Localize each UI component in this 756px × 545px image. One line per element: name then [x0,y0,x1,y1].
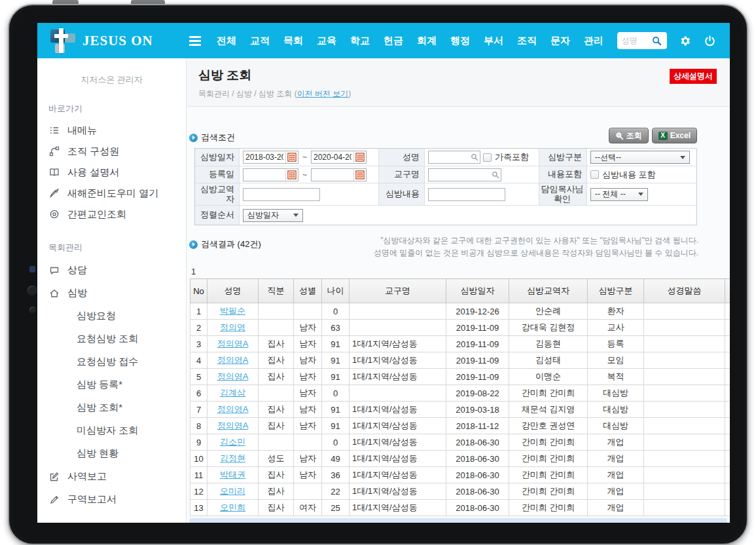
member-name-link[interactable]: 정의영A [217,404,249,414]
cell-visit-pastor: 김동현 [509,336,588,352]
register-date-from-input[interactable] [243,169,285,181]
visit-content-input[interactable] [428,188,505,201]
content-include-cell: 심방내용 포함 [586,166,696,183]
cell-position: 집사 [259,500,294,516]
sidebar-item-simple-member-search[interactable]: 간편교인조회 [37,204,186,225]
parish-input[interactable] [428,168,501,181]
bezel-logo [29,266,35,272]
member-name-link[interactable]: 김계삼 [220,388,245,398]
sidebar-subitem-requested-visit-search[interactable]: 요청심방 조회 [37,328,186,350]
section-bullet-icon [189,240,198,249]
hamburger-menu-icon[interactable] [189,36,201,46]
brand[interactable]: JESUS ON [50,28,187,53]
menu-list-icon [49,125,61,136]
cell-age: 91 [322,352,350,369]
visit-content-include-checkbox[interactable]: 심방내용 포함 [590,169,656,181]
nav-item-all[interactable]: 전체 [217,35,236,47]
sidebar-subitem-visit-request[interactable]: 심방요청 [37,305,186,328]
sidebar-item-org-members[interactable]: 조직 구성원 [37,141,186,162]
sidebar-subitem-visit-register[interactable]: 심방 등록* [37,373,186,396]
cell-parish: 1대/1지역/삼성동 [350,467,446,483]
nav-item-ministry[interactable]: 목회 [283,35,303,47]
nav-item-education[interactable]: 교육 [317,35,336,47]
horizontal-scrollbar[interactable] [189,518,727,523]
cell-visit-type: 개업 [588,483,644,500]
nav-item-records[interactable]: 교적 [250,35,270,47]
nav-item-accounting[interactable]: 회계 [417,35,437,47]
sidebar-item-my-menu[interactable]: 내메뉴 [37,120,186,141]
search-icon[interactable] [652,36,662,46]
nav-item-department[interactable]: 부서 [484,35,503,47]
settings-gear-icon[interactable] [677,33,692,48]
member-name-link[interactable]: 정의영 [220,322,245,332]
member-name-link[interactable]: 정의영A [217,421,249,430]
sidebar-item-label: 새해준비도우미 열기 [67,187,158,200]
visit-date-from-input[interactable] [243,151,285,163]
cell-gender: 남자 [294,385,322,402]
sidebar-item-counseling[interactable]: 상담 [37,259,186,282]
nav-item-school[interactable]: 학교 [350,35,370,47]
sidebar-item-user-manual[interactable]: 사용 설명서 [37,162,186,183]
pagination-page-1[interactable]: 1 [191,267,196,276]
nav-item-admin[interactable]: 행정 [450,35,470,47]
name-input[interactable] [428,151,480,164]
sidebar-item-label: 사용 설명서 [67,166,119,179]
cell-gender: 남자 [294,352,322,369]
cell-name: 오미리 [207,483,259,500]
member-name-link[interactable]: 오민희 [220,502,245,512]
nav-item-organization[interactable]: 조직 [517,35,537,47]
member-name-link[interactable]: 박필순 [220,306,245,316]
previous-version-link[interactable]: 이전 버전 보기 [297,89,349,98]
visit-type-select[interactable]: --선택-- [590,151,690,164]
sidebar-section-ministry: 목회관리 [37,242,186,254]
sidebar-subitem-visit-status[interactable]: 심방 현황 [37,442,186,465]
cell-age: 63 [322,320,350,336]
nav-item-sms[interactable]: 문자 [550,35,570,47]
member-name-link[interactable]: 김정현 [220,453,245,463]
sidebar-subitem-unvisited-search[interactable]: 미심방자 조회 [37,419,186,442]
quick-search-input[interactable] [622,36,652,45]
head-pastor-confirm-select[interactable]: -- 전체 -- [590,188,648,201]
logout-power-icon[interactable] [702,33,717,48]
member-name-link[interactable]: 정의영A [217,355,249,365]
register-date-to-input[interactable] [312,169,353,181]
nav-item-management[interactable]: 관리 [584,35,603,47]
cell-visit-date: 2018-06-30 [446,434,509,451]
visit-date-to-input[interactable] [312,151,353,163]
cell-parish: 1대/1지역/삼성동 [350,418,446,434]
sidebar-subitem-requested-visit-receipt[interactable]: 요청심방 접수 [37,350,186,373]
calendar-icon[interactable] [285,151,298,163]
cell-visit-pastor: 이맹순 [509,369,588,385]
calendar-icon[interactable] [353,151,366,163]
sidebar-subitem-visit-search[interactable]: 심방 조회* [37,396,186,419]
member-name-link[interactable]: 정의영A [217,371,249,381]
sidebar: 지저스온 관리자 바로가기 내메뉴 [37,58,187,523]
member-name-link[interactable]: 박태권 [220,470,245,479]
visit-pastor-input[interactable] [243,188,320,201]
sidebar-item-newyear-helper[interactable]: 새해준비도우미 열기 [37,183,186,204]
excel-export-button[interactable]: X Excel [652,128,697,143]
calendar-icon[interactable] [285,169,298,181]
member-name-link[interactable]: 김소민 [220,437,245,447]
nav-item-offering[interactable]: 헌금 [384,35,403,47]
cell-visit-type: 개업 [588,451,644,467]
cell-no: 6 [190,385,207,402]
member-name-link[interactable]: 오미리 [220,486,245,496]
cell-name: 김계삼 [207,385,259,402]
cell-position: 집사 [259,336,294,352]
sidebar-item-work-report[interactable]: 사역보고 [37,465,186,488]
family-include-checkbox[interactable]: 가족포함 [483,151,529,163]
calendar-icon[interactable] [353,169,366,181]
sidebar-item-visitation[interactable]: 심방 [37,282,186,305]
cell-age: 0 [322,434,350,451]
detailed-manual-button[interactable]: 상세설명서 [670,69,717,84]
member-name-link[interactable]: 정의영A [217,339,249,348]
cell-bible-verse [644,303,725,320]
results-table-body: 1박필순02019-12-26안순례환자2정의영남자632019-11-09강대… [190,303,730,516]
sidebar-item-district-report[interactable]: 구역보고서 [37,488,186,511]
cell-bible-verse [644,369,725,385]
cell-no: 1 [190,303,207,320]
search-button[interactable]: 조회 [609,128,649,143]
sort-order-select[interactable]: 심방일자 [243,209,303,222]
member-quick-search[interactable] [617,32,667,49]
